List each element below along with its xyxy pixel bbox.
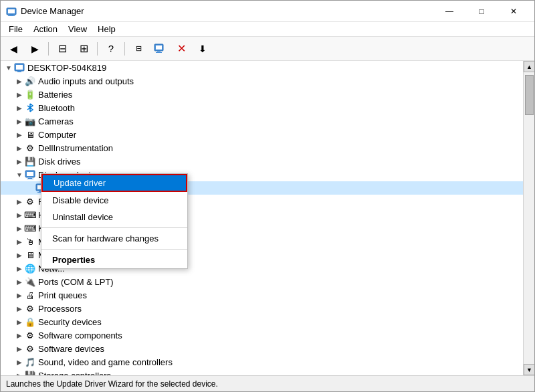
vertical-scrollbar[interactable]: ▲ ▼	[523, 61, 534, 375]
svg-rect-6	[157, 52, 160, 52]
storage-expander[interactable]: ▶	[14, 370, 25, 375]
ports-expander[interactable]: ▶	[14, 276, 25, 287]
help-button[interactable]: ?	[101, 39, 121, 58]
tree-item-cameras[interactable]: ▶ 📷 Cameras	[1, 114, 523, 128]
mice-expander[interactable]: ▶	[14, 236, 25, 247]
ctx-update-driver[interactable]: Update driver	[41, 174, 187, 192]
svg-rect-5	[156, 45, 162, 50]
security-expander[interactable]: ▶	[14, 316, 25, 327]
scroll-up-button[interactable]: ▲	[524, 61, 534, 72]
sw-components-label: Software components	[38, 330, 122, 340]
tree-item-sw-devices[interactable]: ▶ ⚙ Software devices	[1, 342, 523, 355]
collapse-button[interactable]: ⊟	[52, 39, 72, 58]
monitors-icon: 🖥	[25, 250, 35, 260]
window-title: Device Manager	[21, 6, 434, 16]
diskdrives-expander[interactable]: ▶	[14, 156, 25, 167]
tree-item-batteries[interactable]: ▶ 🔋 Batteries	[1, 88, 523, 101]
batteries-expander[interactable]: ▶	[14, 89, 25, 100]
minimize-button[interactable]: —	[434, 1, 465, 22]
bluetooth-expander[interactable]: ▶	[14, 102, 25, 113]
menu-bar: File Action View Help	[1, 22, 534, 37]
toolbar-separator-1	[48, 42, 49, 56]
scroll-down-button[interactable]: ▼	[524, 364, 534, 375]
tree-item-ports[interactable]: ▶ 🔌 Ports (COM & LPT)	[1, 275, 523, 288]
toolbar-separator-2	[97, 42, 98, 56]
bluetooth-icon	[25, 102, 35, 113]
audio-icon: 🔊	[25, 76, 35, 86]
tree-item-sound[interactable]: ▶ 🎵 Sound, video and game controllers	[1, 355, 523, 369]
close-button[interactable]: ✕	[498, 1, 529, 22]
tree-item-sw-components[interactable]: ▶ ⚙ Software components	[1, 328, 523, 342]
firmware-expander[interactable]: ▶	[14, 196, 25, 207]
menu-view[interactable]: View	[63, 23, 92, 35]
scan-button[interactable]	[150, 39, 170, 58]
toolbar-separator-3	[124, 42, 125, 56]
ctx-uninstall-device[interactable]: Uninstall device	[41, 209, 187, 225]
status-bar: Launches the Update Driver Wizard for th…	[1, 375, 534, 391]
processors-label: Processors	[38, 304, 82, 314]
device-tree[interactable]: ▼ DESKTOP-504K819 ▶ 🔊 Audio inputs and o…	[1, 61, 523, 375]
dell-label: DellInstrumentation	[38, 143, 113, 153]
root-label: DESKTOP-504K819	[27, 63, 106, 73]
tree-item-audio[interactable]: ▶ 🔊 Audio inputs and outputs	[1, 74, 523, 88]
expand-button[interactable]: ⊞	[74, 39, 94, 58]
audio-label: Audio inputs and outputs	[38, 76, 134, 86]
audio-expander[interactable]: ▶	[14, 76, 25, 86]
menu-file[interactable]: File	[3, 23, 28, 35]
forward-button[interactable]: ▶	[25, 39, 45, 58]
tree-item-processors[interactable]: ▶ ⚙ Processors	[1, 302, 523, 315]
maximize-button[interactable]: □	[466, 1, 497, 22]
svg-rect-12	[27, 172, 33, 176]
dell-expander[interactable]: ▶	[14, 142, 25, 153]
keyboards-icon: ⌨	[25, 223, 35, 233]
sound-icon: 🎵	[25, 357, 35, 367]
tree-item-diskdrives[interactable]: ▶ 💾 Disk drives	[1, 155, 523, 168]
bluetooth-label: Bluetooth	[38, 103, 75, 113]
back-button[interactable]: ◀	[3, 39, 23, 58]
print-expander[interactable]: ▶	[14, 290, 25, 300]
ctx-disable-device[interactable]: Disable device	[41, 192, 187, 209]
network-expander[interactable]: ▶	[14, 263, 25, 274]
security-icon: 🔒	[25, 316, 35, 327]
sound-expander[interactable]: ▶	[14, 357, 25, 367]
print-icon: 🖨	[25, 290, 35, 300]
computer-label: Computer	[38, 130, 76, 140]
computer-icon: 🖥	[25, 129, 35, 140]
cameras-expander[interactable]: ▶	[14, 116, 25, 126]
storage-icon: 💾	[25, 370, 35, 375]
sound-label: Sound, video and game controllers	[38, 357, 173, 367]
ctx-scan-hardware[interactable]: Scan for hardware changes	[41, 230, 187, 247]
sw-devices-expander[interactable]: ▶	[14, 343, 25, 354]
properties-button[interactable]: ⊟	[128, 39, 148, 58]
svg-rect-3	[8, 15, 15, 16]
tree-item-bluetooth[interactable]: ▶ Bluetooth	[1, 101, 523, 114]
display-expander[interactable]: ▼	[14, 169, 25, 180]
mice-icon: 🖱	[25, 236, 35, 247]
sw-devices-label: Software devices	[38, 344, 104, 354]
print-label: Print queues	[38, 290, 87, 300]
ctx-properties[interactable]: Properties	[41, 252, 187, 268]
tree-root[interactable]: ▼ DESKTOP-504K819	[1, 61, 523, 74]
scroll-track[interactable]	[524, 72, 534, 364]
tree-item-computer[interactable]: ▶ 🖥 Computer	[1, 128, 523, 141]
batteries-icon: 🔋	[25, 89, 35, 100]
menu-action[interactable]: Action	[28, 23, 63, 35]
cameras-label: Cameras	[38, 116, 74, 126]
batteries-label: Batteries	[38, 90, 72, 100]
tree-item-storage[interactable]: ▶ 💾 Storage controllers	[1, 369, 523, 375]
scroll-thumb[interactable]	[525, 75, 534, 115]
title-bar: Device Manager — □ ✕	[1, 1, 534, 22]
sw-components-icon: ⚙	[25, 330, 35, 340]
tree-item-dell[interactable]: ▶ ⚙ DellInstrumentation	[1, 141, 523, 155]
tree-item-print[interactable]: ▶ 🖨 Print queues	[1, 288, 523, 302]
processors-expander[interactable]: ▶	[14, 303, 25, 314]
sw-components-expander[interactable]: ▶	[14, 330, 25, 340]
monitors-expander[interactable]: ▶	[14, 250, 25, 260]
update-button[interactable]: ⬇	[193, 39, 213, 58]
tree-item-security[interactable]: ▶ 🔒 Security devices	[1, 315, 523, 328]
root-expander[interactable]: ▼	[3, 62, 14, 73]
computer-expander[interactable]: ▶	[14, 129, 25, 140]
menu-help[interactable]: Help	[92, 23, 121, 35]
delete-button[interactable]: ✕	[171, 39, 191, 58]
root-icon	[14, 62, 25, 73]
